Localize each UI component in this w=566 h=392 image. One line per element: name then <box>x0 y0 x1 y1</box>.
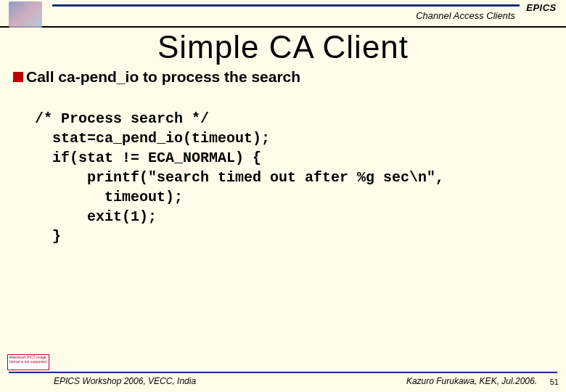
missing-image-placeholder: Macintosh PICT image format is not suppo… <box>7 354 49 370</box>
epics-logo: EPICS <box>522 2 560 15</box>
header-category: Channel Access Clients <box>416 10 515 21</box>
footer-line <box>9 372 557 373</box>
epics-logo-text: EPICS <box>522 2 560 13</box>
header-accent-line <box>52 4 520 7</box>
page-number: 51 <box>550 377 559 386</box>
emblem-image <box>9 1 42 28</box>
bullet-text: Call ca-pend_io to process the search <box>26 68 300 86</box>
code-block: /* Process search */ stat=ca_pend_io(tim… <box>35 109 444 246</box>
epics-logo-boxes <box>522 13 560 15</box>
slide-title: Simple CA Client <box>0 29 566 65</box>
footer-right: Kazuro Furukawa, KEK, Jul.2006. <box>406 376 537 386</box>
header-bar: Channel Access Clients EPICS <box>0 0 566 28</box>
bullet-row: Call ca-pend_io to process the search <box>13 68 300 86</box>
footer-left: EPICS Workshop 2006, VECC, India <box>54 376 196 386</box>
bullet-icon <box>13 72 23 82</box>
